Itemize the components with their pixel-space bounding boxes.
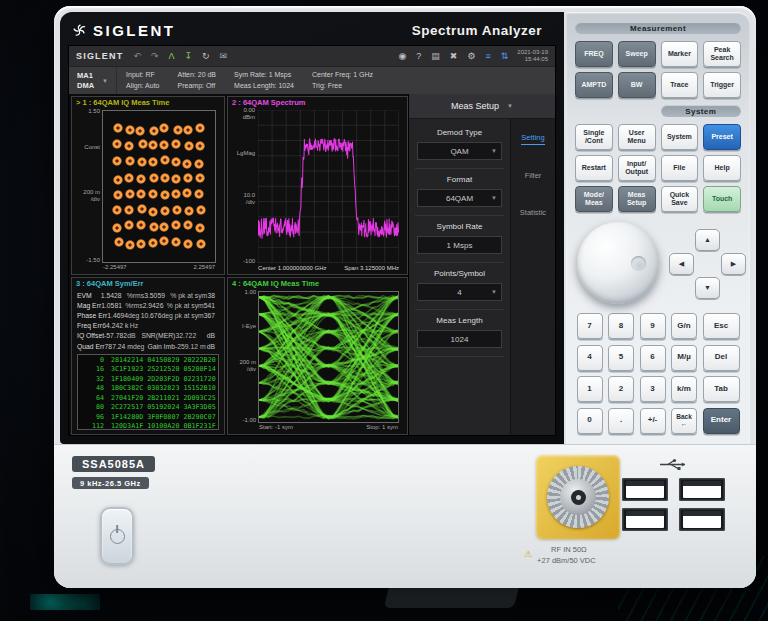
arrow-right-key[interactable]: ▶ <box>721 253 746 275</box>
btn-trace[interactable]: Trace <box>661 72 699 98</box>
tools-icon[interactable]: ✖ <box>450 51 458 61</box>
btn-peak-search[interactable]: Peak Search <box>703 41 741 67</box>
key-5[interactable]: 5 <box>608 345 634 371</box>
undo-icon[interactable]: ↶ <box>133 51 141 61</box>
redo-icon[interactable]: ↷ <box>151 51 159 61</box>
btn-mode-meas[interactable]: Mode/ Meas <box>575 186 613 212</box>
btn-bw[interactable]: BW <box>618 72 656 98</box>
btn-file[interactable]: File <box>661 155 699 181</box>
btn-restart[interactable]: Restart <box>575 155 613 181</box>
camera-icon[interactable]: ◉ <box>398 51 406 61</box>
usb-port-2[interactable] <box>679 478 725 501</box>
menu-field-value[interactable]: 1024 <box>417 330 502 348</box>
key-[interactable]: +/- <box>640 408 666 434</box>
remote-status-icon[interactable]: ⇅ <box>501 51 509 61</box>
error-summary-cell: 3.5059 <box>144 291 170 301</box>
menu-tab-statistic[interactable]: Statistic <box>520 208 546 219</box>
key-2[interactable]: 2 <box>608 376 634 402</box>
usb-port-1[interactable] <box>622 478 668 501</box>
key-back[interactable]: Back ← <box>671 408 697 434</box>
window-symerr[interactable]: 3 : 64QAM Sym/Err EVM1.5428%rms3.5059% p… <box>71 277 225 435</box>
history-icon[interactable]: ↻ <box>202 51 210 61</box>
window-eye[interactable]: 4 : 64QAM IQ Meas Time 1.00 I-Eye 200 m/… <box>227 277 408 435</box>
arrow-left-key[interactable]: ◀ <box>669 253 694 275</box>
key-0[interactable]: 0 <box>577 408 603 434</box>
settings-gear-icon[interactable]: ⚙ <box>467 51 475 61</box>
menu-field-value[interactable]: QAM▼ <box>417 142 502 160</box>
error-summary-cell: deg <box>128 311 141 321</box>
usb-port-4[interactable] <box>679 508 725 531</box>
btn-marker[interactable]: Marker <box>661 41 699 67</box>
message-icon[interactable]: ✉ <box>220 51 228 61</box>
div-label: 10.0/div <box>230 192 255 206</box>
btn-amptd[interactable]: AMPTD <box>575 72 613 98</box>
mode-caret-icon: ▼ <box>102 78 108 84</box>
key-8[interactable]: 8 <box>608 313 634 339</box>
usb-port-tongue <box>626 481 664 498</box>
help-icon[interactable]: ? <box>416 51 421 61</box>
btn-trigger[interactable]: Trigger <box>703 72 741 98</box>
key-enter[interactable]: Enter <box>703 408 740 434</box>
hex-row: 802C272517 05192024 3A3F3D05 39152C0B <box>82 403 214 413</box>
key-9[interactable]: 9 <box>640 313 666 339</box>
usb-port-tongue <box>683 511 721 528</box>
arrow-up-key[interactable]: ▲ <box>695 229 720 251</box>
menu-fields: Demod TypeQAM▼Format64QAM▼Symbol Rate1 M… <box>409 119 510 435</box>
rotary-knob[interactable] <box>577 222 659 304</box>
key-4[interactable]: 4 <box>577 345 603 371</box>
menu-field-value[interactable]: 1 Msps <box>417 236 502 254</box>
btn-user-menu[interactable]: User Menu <box>618 124 656 150</box>
btn-freq[interactable]: FREQ <box>575 41 613 67</box>
key-6[interactable]: 6 <box>640 345 666 371</box>
list-icon[interactable]: ≡ <box>485 51 490 61</box>
constellation-point <box>194 189 204 199</box>
menu-tab-setting[interactable]: Setting <box>521 133 544 145</box>
window-constellation[interactable]: > 1 : 64QAM IQ Meas Time 1.50 Const 200 … <box>71 96 225 275</box>
constellation-point <box>136 239 146 249</box>
btn-touch[interactable]: Touch <box>703 186 741 212</box>
key-tab[interactable]: Tab <box>703 376 740 402</box>
key-esc[interactable]: Esc <box>703 313 740 339</box>
constellation-point <box>182 159 192 169</box>
key-del[interactable]: Del <box>703 345 740 371</box>
constellation-point <box>112 139 122 149</box>
menu-field-value[interactable]: 4▼ <box>417 283 502 301</box>
file-icon[interactable]: ▤ <box>431 51 440 61</box>
y-min-label: -1.50 <box>75 257 100 264</box>
status-line-bottom: Align: Auto <box>126 81 159 91</box>
btn-input-output[interactable]: Input/ Output <box>618 155 656 181</box>
constellation-point <box>183 125 193 135</box>
save-download-icon[interactable]: ↧ <box>185 51 193 61</box>
key-k-m[interactable]: k/m <box>671 376 697 402</box>
peak-marker-icon[interactable]: Λ <box>169 51 175 61</box>
power-button[interactable] <box>100 507 134 565</box>
constellation-point <box>184 141 194 151</box>
menu-field-value[interactable]: 64QAM▼ <box>417 189 502 207</box>
window-spectrum[interactable]: 2 : 64QAM Spectrum 0.00dBm LgMag 10.0/di… <box>227 96 408 275</box>
menu-header[interactable]: Meas Setup ▼ <box>409 94 555 119</box>
btn-single-cont[interactable]: Single /Cont <box>575 124 613 150</box>
mode-selector[interactable]: MA1 DMA ▼ <box>69 67 117 94</box>
btn-preset[interactable]: Preset <box>703 124 741 150</box>
btn-help[interactable]: Help <box>703 155 741 181</box>
key-m[interactable]: M/µ <box>671 345 697 371</box>
usb-port-3[interactable] <box>622 508 668 531</box>
menu-tab-filter[interactable]: Filter <box>525 171 542 182</box>
key-[interactable]: . <box>608 408 634 434</box>
constellation-point <box>114 237 124 247</box>
key-1[interactable]: 1 <box>577 376 603 402</box>
key-g-n[interactable]: G/n <box>671 313 697 339</box>
arrow-down-key[interactable]: ▼ <box>695 277 720 299</box>
status-line-bottom: Meas Length: 1024 <box>234 81 294 91</box>
constellation-point <box>183 173 193 183</box>
btn-quick-save[interactable]: Quick Save <box>661 186 699 212</box>
key-7[interactable]: 7 <box>577 313 603 339</box>
menu-field-label: Meas Length <box>417 316 502 325</box>
error-summary-cell <box>215 321 219 331</box>
key-3[interactable]: 3 <box>640 376 666 402</box>
btn-system[interactable]: System <box>661 124 699 150</box>
eye-start-label: Start: -1 sym <box>259 424 293 431</box>
btn-meas-setup[interactable]: Meas Setup <box>618 186 656 212</box>
btn-sweep[interactable]: Sweep <box>618 41 656 67</box>
error-summary-cell: % pk at sym <box>170 291 207 301</box>
